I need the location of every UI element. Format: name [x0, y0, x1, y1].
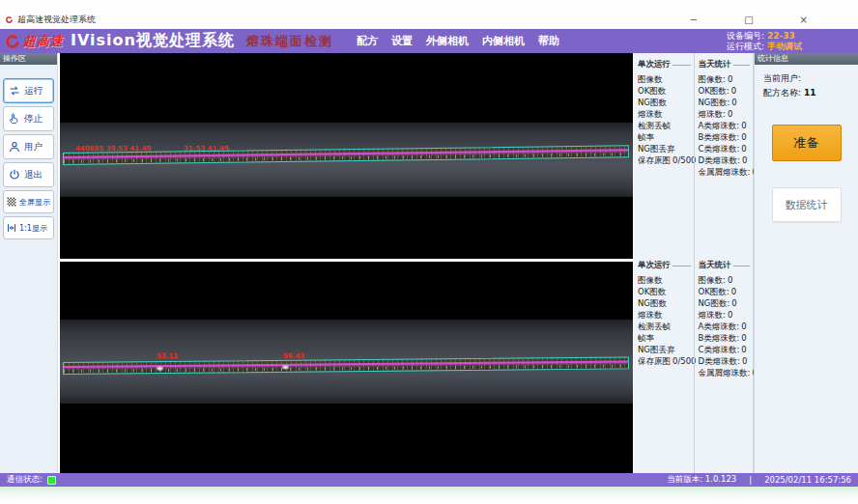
stat-row: 熔珠数	[638, 108, 694, 120]
stat-row: NG图丢弃	[638, 344, 694, 355]
menu-item-inner-camera[interactable]: 内侧相机	[482, 34, 525, 48]
window-title: 超高速视觉处理系统	[17, 14, 96, 26]
stat-row: 金属屑熔珠数:0	[699, 367, 754, 378]
stop-hand-icon	[8, 112, 21, 126]
logo-swirl-icon	[4, 33, 21, 50]
info-panel-title: 统计信息	[755, 53, 858, 65]
user-button-label: 用户	[24, 141, 43, 154]
main-menu: 配方 设置 外侧相机 内侧相机 帮助	[357, 34, 559, 48]
recipe-name-label: 配方名称:	[763, 88, 801, 98]
camera-view-inner[interactable]: 53.11 56.43	[60, 262, 633, 473]
single-run-group: 单次运行 图像数 OK图数 NG图数 熔珠数 检测丢帧 帧率 NG图丢弃 保存原…	[634, 53, 694, 254]
stat-row: 帧率	[638, 332, 694, 344]
stat-row: 保存原图0/500	[638, 355, 694, 367]
stat-row: 图像数	[638, 73, 694, 85]
stat-row: NG图丢弃	[638, 143, 694, 154]
measurement-annotation: 53.11	[157, 352, 178, 360]
today-stats-title: 当天统计	[699, 260, 731, 271]
version-label: 当前版本:	[667, 474, 702, 484]
today-stats-title: 当天统计	[699, 59, 731, 70]
measurement-annotation: 56.43	[283, 352, 304, 360]
one-to-one-button-label: 1:1显示	[19, 223, 47, 234]
stop-button[interactable]: 停止	[3, 106, 54, 131]
stat-row: 保存原图0/500	[638, 154, 694, 166]
restore-icon[interactable]: □	[744, 15, 753, 25]
measurement-annotation: 31.53 41.49	[184, 145, 229, 153]
today-stats-group: 当天统计 图像数:0 OK图数:0 NG图数:0 熔珠数:0 A类熔珠数:0 B…	[694, 53, 754, 254]
today-stats-group: 当天统计 图像数:0 OK图数:0 NG图数:0 熔珠数:0 A类熔珠数:0 B…	[694, 254, 754, 473]
stat-row: OK图数	[638, 85, 694, 97]
power-icon	[8, 168, 21, 182]
stat-row: D类熔珠数:0	[699, 355, 754, 367]
stat-row: OK图数	[638, 286, 694, 297]
stop-button-label: 停止	[24, 113, 43, 126]
stat-row: A类熔珠数:0	[699, 120, 754, 131]
run-loop-icon	[8, 84, 21, 98]
current-user-row: 当前用户:	[763, 71, 858, 86]
fullscreen-button[interactable]: 全屏显示	[3, 190, 54, 213]
stat-row: OK图数:0	[699, 85, 754, 97]
weld-bead-blob	[157, 366, 163, 371]
app-icon	[5, 15, 14, 24]
menu-item-recipe[interactable]: 配方	[357, 34, 378, 48]
run-button-label: 运行	[24, 85, 43, 98]
stat-row: 检测丢帧	[638, 321, 694, 332]
stat-row: 熔珠数:0	[699, 108, 754, 120]
stat-row: 图像数:0	[699, 274, 754, 286]
measurement-annotation: 440885 39.53 41.49	[75, 145, 151, 153]
user-button[interactable]: 用户	[3, 134, 54, 159]
single-run-group: 单次运行 图像数 OK图数 NG图数 熔珠数 检测丢帧 帧率 NG图丢弃 保存原…	[634, 254, 694, 473]
status-datetime: 2025/02/11 16:57:56	[764, 475, 851, 485]
status-separator: |	[749, 475, 752, 485]
data-statistics-button[interactable]: 数据统计	[772, 187, 842, 222]
minimize-icon[interactable]: −	[690, 15, 698, 25]
run-button[interactable]: 运行	[3, 78, 54, 103]
user-icon	[8, 140, 21, 154]
stat-row: 检测丢帧	[638, 120, 694, 131]
camera-view-outer[interactable]: 440885 39.53 41.49 31.53 41.49	[60, 53, 633, 259]
menu-item-outer-camera[interactable]: 外侧相机	[426, 34, 469, 48]
one-to-one-button[interactable]: 1:1显示	[3, 216, 54, 239]
menu-item-settings[interactable]: 设置	[391, 34, 413, 48]
stat-row: 熔珠数:0	[699, 309, 754, 321]
exit-button[interactable]: 退出	[3, 162, 54, 187]
logo-text: 超高速	[23, 33, 64, 50]
menu-item-help[interactable]: 帮助	[538, 34, 559, 48]
app-header: 超高速 IVision视觉处理系统 熔珠端面检测 配方 设置 外侧相机 内侧相机…	[0, 29, 858, 53]
stat-row: 帧率	[638, 131, 694, 143]
status-bar: 通信状态: 当前版本: 1.0.123 | 2025/02/11 16:57:5…	[0, 473, 858, 487]
stat-row: NG图数	[638, 97, 694, 108]
single-run-title: 单次运行	[638, 260, 671, 271]
one-to-one-icon	[6, 222, 17, 234]
stat-row: A类熔珠数:0	[699, 321, 754, 332]
weld-bead-blob	[282, 365, 289, 370]
stat-row: OK图数:0	[699, 286, 754, 297]
sidebar-title: 操作区	[0, 53, 57, 65]
app-title: IVision视觉处理系统	[71, 31, 235, 51]
run-mode-label: 运行模式:	[727, 42, 764, 51]
recipe-name-row: 配方名称:11	[763, 86, 858, 100]
stat-row: NG图数	[638, 297, 694, 309]
stats-section-outer: 单次运行 图像数 OK图数 NG图数 熔珠数 检测丢帧 帧率 NG图丢弃 保存原…	[634, 53, 753, 254]
stat-row: D类熔珠数:0	[699, 154, 754, 166]
version-value: 1.0.123	[705, 474, 736, 484]
current-user-label: 当前用户:	[763, 73, 801, 83]
stat-row: 金属屑熔珠数:0	[699, 166, 754, 178]
stat-row: NG图数:0	[699, 297, 754, 309]
desktop-strip	[0, 487, 858, 504]
stat-row: 图像数	[638, 274, 694, 286]
fullscreen-grid-icon	[6, 196, 17, 208]
stat-row: 熔珠数	[638, 309, 694, 321]
comm-status-led	[47, 476, 56, 485]
device-number-label: 设备编号:	[727, 31, 764, 41]
app-subtitle: 熔珠端面检测	[246, 33, 333, 50]
single-run-title: 单次运行	[638, 59, 671, 70]
stats-section-inner: 单次运行 图像数 OK图数 NG图数 熔珠数 检测丢帧 帧率 NG图丢弃 保存原…	[634, 254, 753, 473]
fullscreen-button-label: 全屏显示	[19, 197, 50, 208]
close-icon[interactable]: ×	[800, 15, 808, 25]
stat-row: 图像数:0	[699, 73, 754, 85]
device-info: 设备编号:22-33 运行模式:手动调试	[727, 31, 858, 52]
run-mode-value: 手动调试	[767, 42, 802, 51]
statistics-info-panel: 统计信息 当前用户: 配方名称:11 准备 数据统计	[754, 53, 858, 473]
prepare-button[interactable]: 准备	[772, 125, 842, 161]
